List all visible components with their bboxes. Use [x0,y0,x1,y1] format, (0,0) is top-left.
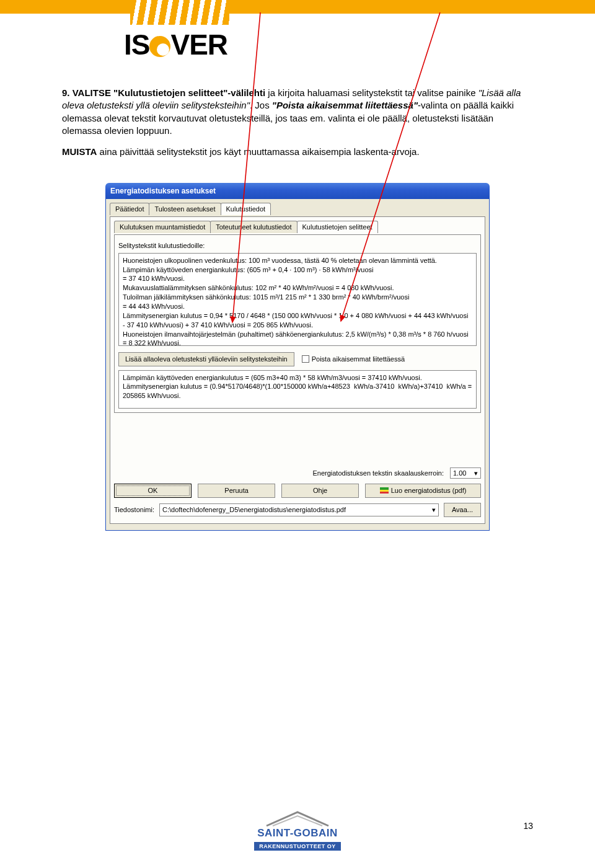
scale-label: Energiatodistuksen tekstin skaalauskerro… [312,469,444,478]
open-button[interactable]: Avaa... [444,503,481,517]
p2-lead: MUISTA [62,146,97,157]
saint-gobain-logo: SAINT-GOBAIN RAKENNUSTUOTTEET OY [254,808,341,851]
ok-button[interactable]: OK [114,484,192,498]
button-row: OK Peruuta Ohje Luo energiatodistus (pdf… [114,484,481,498]
file-path-input[interactable]: C:\doftech\dofenergy_D5\energiatodistus\… [159,503,439,516]
sg-company: SAINT-GOBAIN [254,827,341,839]
svg-line-1 [341,12,440,321]
help-button[interactable]: Ohje [281,484,359,498]
scale-row: Energiatodistuksen tekstin skaalauskerro… [114,467,481,479]
generate-pdf-button[interactable]: Luo energiatodistus (pdf) [365,484,481,498]
file-label: Tiedostonimi: [114,505,154,515]
file-row: Tiedostonimi: C:\doftech\dofenergy_D5\en… [114,503,481,517]
lower-textarea[interactable]: Lämpimän käyttöveden energiankulutus = (… [118,370,477,409]
document-body: 9. VALITSE "Kulutustietojen selitteet"-v… [0,74,595,531]
scale-value: 1.00 [453,469,466,478]
dialog-title: Energiatodistuksen asetukset [110,186,216,196]
svg-line-0 [232,12,260,322]
chevron-down-icon: ▾ [474,469,478,478]
tab-paatiedot[interactable]: Päätiedot [110,203,149,215]
chevron-down-icon: ▾ [432,505,436,515]
mid-row: Lisää allaoleva oletusteksti ylläoleviin… [118,352,477,366]
tab-muuntamistiedot[interactable]: Kulutuksen muuntamistiedot [114,221,211,233]
checkbox-icon [302,355,309,363]
remove-previous-checkbox[interactable]: Poista aikaisemmat liitettäessä [302,355,405,364]
sg-subtitle: RAKENNUSTUOTTEET OY [254,842,341,851]
energy-icon [380,487,389,494]
file-path-value: C:\doftech\dofenergy_D5\energiatodistus\… [162,505,346,515]
scale-select[interactable]: 1.00 ▾ [450,467,481,479]
generate-label: Luo energiatodistus (pdf) [391,487,467,494]
yellow-top-bar [0,0,595,14]
arrow-red-left [205,12,316,335]
page-footer: SAINT-GOBAIN RAKENNUSTUOTTEET OY [0,808,595,851]
cancel-button[interactable]: Peruuta [198,484,275,498]
arrow-red-right [335,12,459,335]
checkbox-label: Poista aikaisemmat liitettäessä [312,355,405,364]
add-default-text-button[interactable]: Lisää allaoleva oletusteksti ylläoleviin… [118,352,294,366]
